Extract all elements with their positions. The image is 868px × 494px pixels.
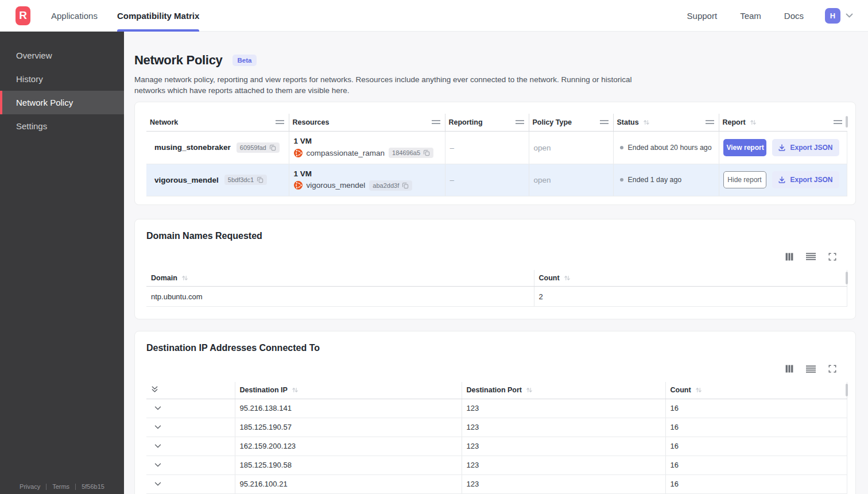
main-nav: Applications Compatibility Matrix [51, 0, 219, 32]
topbar: R Applications Compatibility Matrix Supp… [0, 0, 868, 32]
col-header-destination-port[interactable]: Destination Port [462, 382, 665, 399]
destination-row: 95.216.100.21 123 16 [146, 474, 847, 493]
network-id-badge: 5bdf3dc1 [224, 175, 267, 185]
sidebar-item-settings[interactable]: Settings [0, 114, 124, 138]
sort-icon[interactable] [695, 387, 702, 393]
col-header-domain[interactable]: Domain [146, 270, 534, 287]
col-label: Domain [151, 274, 177, 282]
copy-icon[interactable] [402, 182, 409, 189]
beta-badge: Beta [232, 55, 257, 66]
col-header-expand-all[interactable] [146, 382, 235, 399]
row-expand-chevron-icon[interactable] [151, 406, 230, 411]
row-density-icon[interactable] [806, 253, 816, 260]
network-id: 60959fad [240, 144, 266, 151]
page-title: Network Policy [134, 53, 223, 68]
avatar[interactable]: H [825, 8, 840, 24]
col-header-count[interactable]: Count [534, 270, 847, 287]
scrollbar-thumb[interactable] [846, 272, 848, 284]
fullscreen-icon[interactable] [828, 253, 836, 261]
sidebar: Overview History Network Policy Settings… [0, 32, 124, 494]
row-expand-chevron-icon[interactable] [151, 425, 230, 430]
domain-value: ntp.ubuntu.com [146, 287, 534, 307]
col-label: Network [150, 118, 178, 126]
sidebar-footer: Privacy Terms 5f56b15 [0, 483, 124, 490]
network-id-badge: 60959fad [237, 142, 280, 153]
export-json-button[interactable]: Export JSON [772, 171, 839, 188]
copy-icon[interactable] [257, 176, 264, 183]
sort-icon[interactable] [750, 119, 757, 126]
network-name: musing_stonebraker [154, 143, 231, 152]
sort-icon[interactable] [292, 387, 299, 393]
col-header-destination-ip[interactable]: Destination IP [235, 382, 462, 399]
nav-support[interactable]: Support [687, 11, 718, 21]
terms-link[interactable]: Terms [52, 483, 69, 490]
columns-icon[interactable] [785, 253, 793, 261]
sort-icon[interactable] [526, 387, 533, 393]
hide-report-button[interactable]: Hide report [723, 171, 766, 188]
sidebar-item-history[interactable]: History [0, 67, 124, 91]
column-drag-handle-icon[interactable] [834, 120, 842, 124]
network-row-selected[interactable]: vigorous_mendel5bdf3dc1 1 VMvigorous_men… [146, 164, 847, 196]
destination-ip-value: 162.159.200.123 [235, 437, 462, 456]
col-header-report[interactable]: Report [719, 114, 847, 131]
col-label: Count [671, 386, 691, 394]
destination-port-value: 123 [462, 418, 665, 437]
nav-team[interactable]: Team [740, 11, 761, 21]
nav-compatibility-matrix[interactable]: Compatibility Matrix [117, 0, 199, 32]
double-chevron-down-icon[interactable] [151, 385, 158, 396]
network-name: vigorous_mendel [154, 176, 219, 184]
nav-applications[interactable]: Applications [51, 0, 98, 32]
sort-icon[interactable] [643, 119, 650, 126]
copy-icon[interactable] [423, 149, 430, 156]
logo-letter: R [19, 9, 27, 22]
resource-id: 184696a5 [392, 149, 420, 156]
fullscreen-icon[interactable] [828, 365, 836, 373]
count-value: 16 [665, 437, 847, 456]
chevron-down-icon[interactable] [846, 13, 853, 18]
copy-icon[interactable] [269, 144, 276, 151]
sidebar-item-overview[interactable]: Overview [0, 44, 124, 67]
column-drag-handle-icon[interactable] [276, 120, 284, 124]
view-report-button[interactable]: View report [723, 139, 766, 156]
col-label: Destination IP [240, 386, 288, 394]
row-expand-chevron-icon[interactable] [151, 463, 230, 468]
export-json-button[interactable]: Export JSON [772, 139, 839, 156]
row-density-icon[interactable] [806, 365, 816, 373]
destination-ip-value: 95.216.138.141 [235, 399, 462, 418]
app-logo[interactable]: R [16, 6, 30, 25]
col-label: Status [617, 118, 639, 126]
scrollbar-thumb[interactable] [846, 116, 848, 128]
ubuntu-icon [294, 149, 303, 157]
col-label: Policy Type [533, 118, 572, 126]
column-drag-handle-icon[interactable] [432, 120, 440, 124]
scrollbar-thumb[interactable] [846, 384, 848, 396]
row-expand-chevron-icon[interactable] [151, 444, 230, 449]
destination-ip-value: 185.125.190.57 [235, 418, 462, 437]
col-header-count[interactable]: Count [665, 382, 847, 399]
sort-icon[interactable] [564, 275, 571, 281]
download-icon [778, 176, 786, 184]
export-label: Export JSON [790, 144, 833, 152]
column-drag-handle-icon[interactable] [706, 120, 714, 124]
nav-docs[interactable]: Docs [784, 11, 804, 21]
sort-icon[interactable] [181, 275, 188, 281]
count-value: 16 [665, 474, 847, 493]
columns-icon[interactable] [785, 365, 793, 373]
ubuntu-icon [294, 181, 303, 190]
privacy-link[interactable]: Privacy [20, 483, 40, 490]
col-header-status[interactable]: Status [613, 114, 719, 131]
column-drag-handle-icon[interactable] [516, 120, 524, 124]
column-drag-handle-icon[interactable] [600, 120, 609, 124]
domain-names-card: Domain Names Requested Domain Count ntp.… [134, 219, 856, 320]
count-value: 2 [534, 287, 847, 307]
status-dot [620, 146, 623, 149]
status-text: Ended about 20 hours ago [628, 144, 712, 152]
row-expand-chevron-icon[interactable] [151, 482, 230, 487]
sidebar-item-network-policy[interactable]: Network Policy [0, 91, 124, 114]
networks-table: Network Resources Reporting Policy Type … [146, 114, 847, 196]
topbar-right: Support Team Docs H [664, 8, 853, 24]
network-row[interactable]: musing_stonebraker60959fad 1 VMcompassio… [146, 131, 847, 164]
main-content: Network Policy Beta Manage network polic… [124, 32, 868, 494]
destinations-table: Destination IP Destination Port Count 95… [146, 382, 847, 494]
card-title: Destination IP Addresses Connected To [146, 343, 847, 353]
